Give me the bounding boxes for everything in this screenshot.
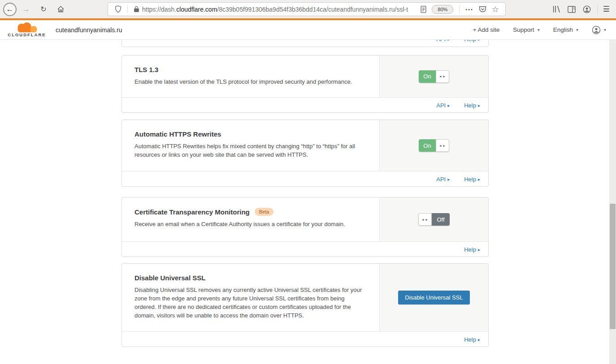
link-arrow-icon: ▸ xyxy=(447,103,450,108)
chevron-down-icon: ▾ xyxy=(538,27,540,32)
setting-panel: Disable Universal SSL xyxy=(379,264,488,331)
cloudflare-accent-bar xyxy=(0,18,616,20)
bookmark-star-icon[interactable]: ☆ xyxy=(492,4,499,14)
https-rewrites-toggle[interactable]: On ◂ ▸ xyxy=(419,139,449,152)
card-description: Automatic HTTPS Rewrites helps fix mixed… xyxy=(134,142,367,159)
link-arrow-icon: ▸ xyxy=(478,247,480,252)
url-text: https://dash.cloudflare.com/8c39b05f9913… xyxy=(142,6,418,13)
library-icon[interactable] xyxy=(552,5,560,13)
divider xyxy=(459,5,460,13)
card-certificate-transparency-monitoring: Certificate Transparency MonitoringBeta … xyxy=(121,197,489,257)
toggle-on-label: On xyxy=(419,139,436,152)
forward-icon[interactable]: → xyxy=(19,3,33,16)
toggle-arrows-icon: ◂ ▸ xyxy=(418,213,432,226)
card-description: Disabling Universal SSL removes any curr… xyxy=(134,286,364,320)
link-arrow-icon: ▸ xyxy=(478,103,480,108)
disable-universal-ssl-button[interactable]: Disable Universal SSL xyxy=(398,291,469,304)
help-link[interactable]: Help▸ xyxy=(464,176,480,183)
help-link[interactable]: Help▸ xyxy=(464,102,480,109)
card-tls-1-3: TLS 1.3 Enable the latest version of the… xyxy=(121,55,489,113)
toggle-on-label: On xyxy=(419,70,436,83)
pocket-icon[interactable] xyxy=(479,6,486,13)
card-disable-universal-ssl: Disable Universal SSL Disabling Universa… xyxy=(121,263,489,347)
api-link[interactable]: API▸ xyxy=(436,102,450,109)
cloudflare-logo[interactable]: CLOUDFLARE xyxy=(6,22,48,37)
browser-toolbar: ← → ↻ https://dash.cloudflare.com/8c39b0… xyxy=(0,0,616,18)
setting-panel: On ◂ ▸ xyxy=(379,56,488,97)
reader-mode-icon[interactable] xyxy=(421,6,426,13)
add-site-button[interactable]: + Add site xyxy=(473,26,500,33)
sidebar-icon[interactable] xyxy=(568,6,576,13)
card-title: Disable Universal SSL xyxy=(134,274,367,282)
zone-domain-label: cuteandfunnyanimals.ru xyxy=(56,26,122,34)
reload-icon[interactable]: ↻ xyxy=(37,3,50,16)
user-account-menu[interactable]: ▾ xyxy=(592,26,606,34)
card-description: Receive an email when a Certificate Auth… xyxy=(134,220,367,228)
scrollbar-track[interactable] xyxy=(609,40,616,364)
scrollbar-thumb[interactable] xyxy=(610,204,616,329)
lock-icon[interactable] xyxy=(134,6,139,13)
beta-badge: Beta xyxy=(255,208,274,216)
link-arrow-icon: ▸ xyxy=(447,177,450,182)
account-icon[interactable] xyxy=(583,5,591,13)
logo-wordmark: CLOUDFLARE xyxy=(8,32,46,37)
api-link[interactable]: API▸ xyxy=(436,176,450,183)
card-automatic-https-rewrites: Automatic HTTPS Rewrites Automatic HTTPS… xyxy=(121,120,489,187)
divider xyxy=(597,4,598,14)
toggle-arrows-icon: ◂ ▸ xyxy=(436,70,449,83)
card-title: Automatic HTTPS Rewrites xyxy=(134,130,367,138)
ct-monitoring-toggle[interactable]: ◂ ▸ Off xyxy=(418,213,450,226)
language-menu[interactable]: English▾ xyxy=(553,26,578,33)
page-actions-icon[interactable]: ••• xyxy=(465,7,473,12)
card-description: Enable the latest version of the TLS pro… xyxy=(134,77,367,86)
tls13-toggle[interactable]: On ◂ ▸ xyxy=(419,70,449,83)
chevron-down-icon: ▾ xyxy=(576,27,578,32)
toolbar-right: ☰ xyxy=(549,0,616,18)
chevron-down-icon: ▾ xyxy=(604,27,606,32)
link-arrow-icon: ▸ xyxy=(478,337,480,342)
setting-panel: On ◂ ▸ xyxy=(379,120,488,171)
card-title: Certificate Transparency MonitoringBeta xyxy=(134,208,367,216)
address-bar[interactable]: https://dash.cloudflare.com/8c39b05f9913… xyxy=(108,2,506,16)
help-link[interactable]: Help▸ xyxy=(464,336,480,343)
divider xyxy=(127,5,128,13)
back-icon[interactable]: ← xyxy=(3,3,17,16)
link-arrow-icon: ▸ xyxy=(478,177,480,182)
tracking-shield-icon[interactable] xyxy=(115,5,121,13)
toggle-off-label: Off xyxy=(432,213,450,226)
home-icon[interactable] xyxy=(54,3,67,16)
setting-panel: ◂ ▸ Off xyxy=(379,197,488,241)
support-menu[interactable]: Support▾ xyxy=(513,26,539,33)
help-link[interactable]: Help▸ xyxy=(464,246,480,253)
user-icon xyxy=(592,26,601,34)
menu-icon[interactable]: ☰ xyxy=(603,4,610,14)
card-title: TLS 1.3 xyxy=(134,66,367,73)
cloudflare-header: CLOUDFLARE cuteandfunnyanimals.ru + Add … xyxy=(0,20,616,40)
toggle-arrows-icon: ◂ ▸ xyxy=(436,139,449,152)
zoom-level-badge[interactable]: 80% xyxy=(432,5,453,14)
